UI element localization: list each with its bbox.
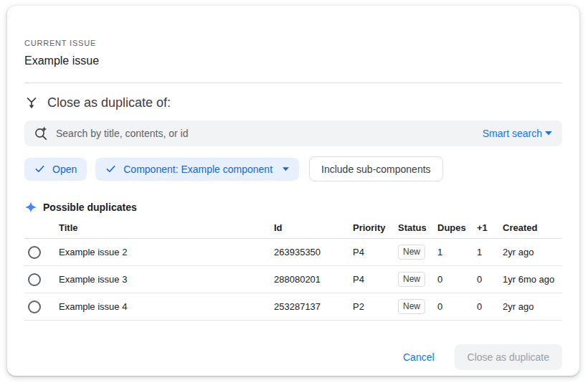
check-icon <box>34 164 45 174</box>
cell-priority: P4 <box>353 247 398 257</box>
cell-created: 2yr ago <box>503 247 562 257</box>
filter-chip-component-label: Component: Example component <box>123 164 272 175</box>
close-as-duplicate-dialog: CURRENT ISSUE Example issue Close as dup… <box>7 6 579 376</box>
filter-chip-component[interactable]: Component: Example component <box>95 158 299 181</box>
chevron-down-icon <box>545 131 552 136</box>
filter-chip-open-label: Open <box>52 164 77 175</box>
cell-title: Example issue 4 <box>59 301 274 312</box>
check-icon <box>105 164 116 174</box>
column-header-id: Id <box>274 222 353 233</box>
table-row[interactable]: Example issue 2 263935350 P4 New 1 1 2yr… <box>24 239 562 266</box>
cancel-button[interactable]: Cancel <box>402 346 436 369</box>
table-row[interactable]: Example issue 3 288080201 P4 New 0 0 1yr… <box>24 266 562 293</box>
cell-dupes: 0 <box>437 274 477 285</box>
cell-dupes: 1 <box>437 247 477 257</box>
status-badge: New <box>398 299 425 314</box>
status-badge: New <box>398 272 425 287</box>
cell-title: Example issue 2 <box>59 247 274 257</box>
cell-created: 1yr 6mo ago <box>503 274 562 285</box>
smart-search-dropdown[interactable]: Smart search <box>483 128 552 139</box>
cell-id: 253287137 <box>274 301 353 312</box>
column-header-title: Title <box>59 222 274 233</box>
dialog-heading: Close as duplicate of: <box>47 95 171 110</box>
cell-id: 263935350 <box>274 247 353 257</box>
search-input[interactable] <box>56 128 475 139</box>
current-issue-title: Example issue <box>24 55 562 67</box>
merge-icon <box>24 96 39 110</box>
current-issue-label: CURRENT ISSUE <box>24 39 562 47</box>
table-row[interactable]: Example issue 4 253287137 P2 New 0 0 2yr… <box>24 293 562 321</box>
divider <box>24 82 562 83</box>
cell-plus-one: 1 <box>477 247 503 257</box>
search-bar[interactable]: Smart search <box>24 120 562 146</box>
column-header-status: Status <box>398 222 437 233</box>
radio-select-issue[interactable] <box>28 246 41 259</box>
radio-select-issue[interactable] <box>28 301 41 313</box>
cell-plus-one: 0 <box>477 301 503 312</box>
smart-search-icon <box>33 126 49 141</box>
cell-priority: P2 <box>353 301 398 312</box>
status-badge: New <box>398 245 425 260</box>
column-header-dupes: Dupes <box>437 222 477 233</box>
chevron-down-icon <box>283 167 289 171</box>
filter-chip-open[interactable]: Open <box>24 158 87 181</box>
radio-select-issue[interactable] <box>28 273 41 286</box>
column-header-plus-one: +1 <box>477 222 503 233</box>
close-as-duplicate-button[interactable]: Close as duplicate <box>455 344 562 370</box>
smart-search-label: Smart search <box>483 128 542 139</box>
cell-id: 288080201 <box>274 274 353 285</box>
possible-duplicates-title: Possible duplicates <box>43 202 137 213</box>
column-header-created: Created <box>503 222 562 233</box>
possible-duplicates-table: Title Id Priority Status Dupes +1 Create… <box>24 217 562 321</box>
cell-created: 2yr ago <box>503 301 562 312</box>
table-header-row: Title Id Priority Status Dupes +1 Create… <box>24 217 562 239</box>
cell-priority: P4 <box>353 274 398 285</box>
cell-dupes: 0 <box>437 301 477 312</box>
column-header-priority: Priority <box>353 222 398 233</box>
cell-title: Example issue 3 <box>59 274 274 285</box>
cell-plus-one: 0 <box>477 274 503 285</box>
sparkle-icon <box>24 201 37 214</box>
include-sub-components-button[interactable]: Include sub-components <box>309 156 443 181</box>
